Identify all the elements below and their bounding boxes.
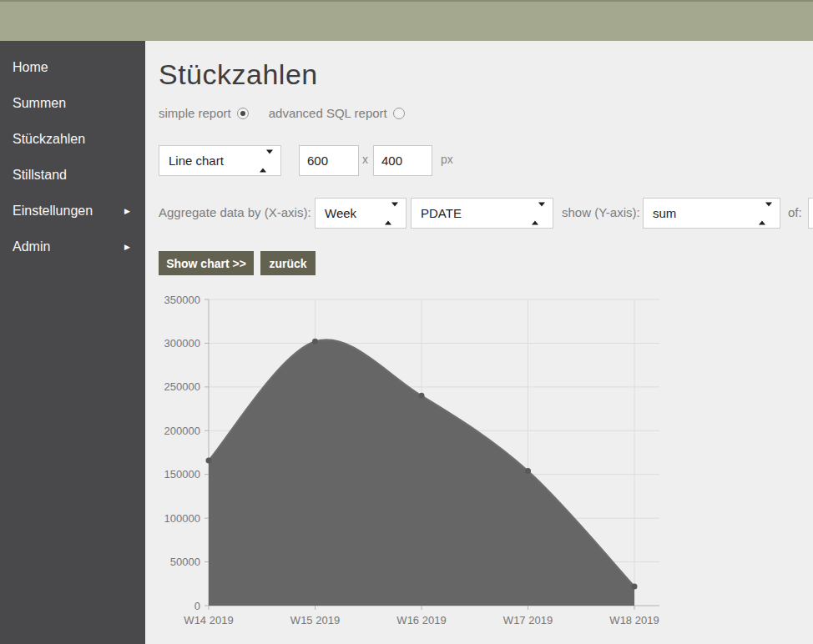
chart-width-input[interactable]	[299, 145, 359, 176]
of-field-select[interactable]	[808, 198, 813, 229]
select-arrows-icon	[260, 153, 273, 168]
aggregate-function-value: sum	[653, 206, 676, 220]
page-title: Stückzahlen	[159, 58, 318, 91]
advanced-report-radio[interactable]	[393, 108, 405, 119]
radio-dot-icon	[240, 111, 245, 116]
back-button[interactable]: zurück	[260, 251, 316, 275]
svg-text:300000: 300000	[164, 337, 200, 350]
sidebar-item-label: Einstellungen	[13, 204, 93, 219]
sidebar: HomeSummenStückzahlenStillstandEinstellu…	[0, 41, 145, 644]
submenu-arrow-icon: ▶	[124, 207, 130, 215]
aggregate-function-select[interactable]: sum	[643, 198, 780, 229]
select-arrows-icon	[532, 206, 545, 220]
sidebar-item-home[interactable]: Home	[0, 49, 145, 85]
sidebar-item-st-ckzahlen[interactable]: Stückzahlen	[0, 121, 145, 157]
top-bar	[0, 0, 813, 41]
interval-select[interactable]: Week	[315, 198, 406, 229]
px-unit-label: px	[441, 153, 453, 166]
svg-text:100000: 100000	[164, 512, 200, 525]
date-field-value: PDATE	[421, 206, 462, 220]
y-axis-label: show (Y-axis):	[562, 205, 640, 219]
app-window: HomeSummenStückzahlenStillstandEinstellu…	[0, 0, 813, 644]
date-field-select[interactable]: PDATE	[411, 198, 553, 229]
chart-height-input[interactable]	[373, 145, 432, 176]
advanced-report-label[interactable]: advanced SQL report	[269, 106, 387, 120]
sidebar-item-label: Stückzahlen	[13, 132, 85, 147]
x-axis-label: Aggregate data by (X-axis):	[159, 205, 311, 219]
show-chart-button[interactable]: Show chart >>	[159, 251, 254, 275]
svg-text:W18 2019: W18 2019	[609, 614, 659, 626]
of-label: of:	[788, 205, 802, 219]
submenu-arrow-icon: ▶	[124, 243, 130, 251]
sidebar-item-label: Summen	[13, 96, 66, 111]
svg-text:250000: 250000	[164, 380, 200, 393]
svg-text:200000: 200000	[164, 425, 200, 437]
svg-text:W16 2019: W16 2019	[396, 614, 446, 626]
svg-text:0: 0	[194, 600, 200, 612]
size-separator-label: x	[362, 153, 368, 166]
chart-type-select[interactable]: Line chart	[159, 145, 281, 176]
simple-report-radio[interactable]	[237, 108, 249, 119]
sidebar-item-summen[interactable]: Summen	[0, 85, 145, 121]
area-chart: 0500001000001500002000002500003000003500…	[146, 288, 697, 634]
svg-text:W15 2019: W15 2019	[290, 614, 340, 626]
report-type-radios: simple report advanced SQL report	[159, 106, 405, 120]
sidebar-item-einstellungen[interactable]: Einstellungen▶	[0, 193, 145, 229]
simple-report-label[interactable]: simple report	[159, 106, 231, 120]
sidebar-item-label: Admin	[13, 239, 50, 254]
main-content: Stückzahlen simple report advanced SQL r…	[145, 41, 813, 644]
svg-text:W17 2019: W17 2019	[503, 614, 553, 626]
svg-text:150000: 150000	[164, 468, 200, 480]
sidebar-item-label: Stillstand	[13, 168, 67, 183]
sidebar-item-label: Home	[13, 60, 48, 75]
select-arrows-icon	[385, 206, 398, 220]
interval-value: Week	[325, 206, 356, 220]
sidebar-item-stillstand[interactable]: Stillstand	[0, 157, 145, 193]
svg-text:W14 2019: W14 2019	[184, 614, 233, 626]
sidebar-item-admin[interactable]: Admin▶	[0, 229, 145, 264]
svg-text:50000: 50000	[170, 556, 200, 568]
chart-type-value: Line chart	[169, 153, 224, 168]
svg-text:350000: 350000	[164, 294, 200, 306]
select-arrows-icon	[759, 206, 772, 220]
